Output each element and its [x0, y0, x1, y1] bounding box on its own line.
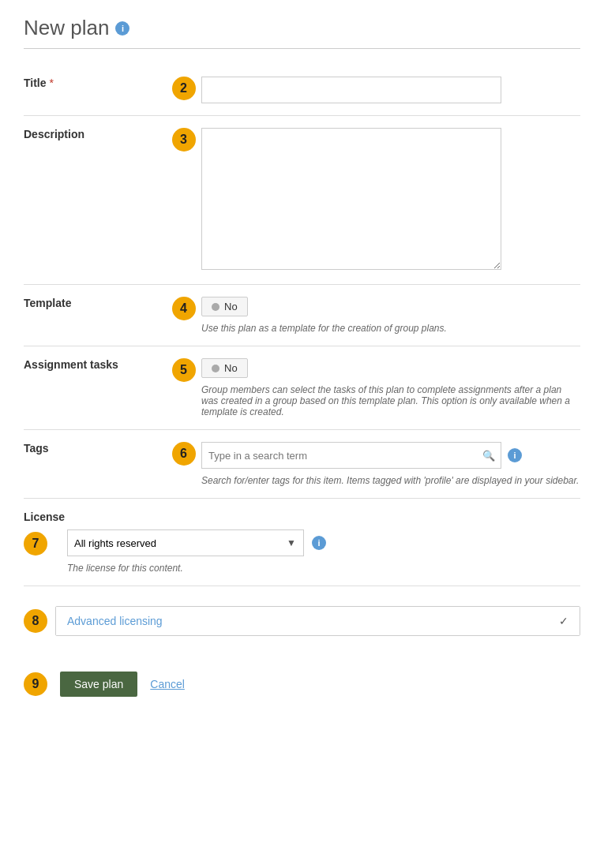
- assignment-toggle-label: No: [224, 362, 238, 374]
- template-label: Template: [24, 297, 71, 309]
- advanced-row: 8 Advanced licensing ✓: [24, 594, 580, 648]
- tags-info-icon[interactable]: i: [508, 448, 522, 462]
- title-label-col: Title *: [24, 77, 166, 89]
- description-label: Description: [24, 128, 84, 140]
- license-badge-col: 7: [24, 529, 67, 556]
- advanced-collapse: Advanced licensing ✓: [55, 606, 580, 636]
- tags-search-input[interactable]: [201, 442, 501, 469]
- title-input[interactable]: [201, 77, 501, 103]
- advanced-title: Advanced licensing: [67, 615, 163, 627]
- step-badge-9: 9: [24, 672, 47, 696]
- assignment-label-col: Assignment tasks: [24, 358, 166, 371]
- tags-label-col: Tags: [24, 442, 166, 455]
- title-required-star: *: [49, 77, 53, 89]
- step-badge-6: 6: [172, 442, 196, 466]
- tags-content: 🔍 i Search for/enter tags for this item.…: [201, 442, 580, 486]
- license-section: License 7 All rights reserved Creative C…: [24, 499, 580, 586]
- template-section: Template 4 No Use this plan as a templat…: [24, 285, 580, 346]
- template-toggle-dot: [212, 303, 219, 311]
- template-label-col: Template: [24, 297, 166, 309]
- license-select-wrap: All rights reserved Creative Commons Pub…: [67, 529, 304, 556]
- save-plan-button[interactable]: Save plan: [60, 672, 137, 697]
- assignment-toggle-dot: [212, 365, 219, 372]
- advanced-header[interactable]: Advanced licensing ✓: [56, 607, 580, 635]
- license-inner: 7 All rights reserved Creative Commons P…: [24, 529, 580, 556]
- page-info-icon[interactable]: i: [115, 21, 129, 36]
- template-badge-col: 4: [166, 297, 201, 320]
- template-content: No Use this plan as a template for the c…: [201, 297, 580, 334]
- assignment-section: Assignment tasks 5 No Group members can …: [24, 346, 580, 430]
- title-divider: [24, 48, 580, 49]
- tags-badge-col: 6: [166, 442, 201, 466]
- step-badge-3: 3: [172, 128, 196, 152]
- description-section: Description 3: [24, 116, 580, 285]
- tags-search-wrap: 🔍: [201, 442, 501, 469]
- form-actions: 9 Save plan Cancel: [24, 660, 580, 709]
- cancel-button[interactable]: Cancel: [150, 678, 185, 690]
- description-label-col: Description: [24, 128, 166, 140]
- assignment-hint: Group members can select the tasks of th…: [201, 384, 580, 417]
- step-badge-7: 7: [24, 532, 47, 556]
- license-select[interactable]: All rights reserved Creative Commons Pub…: [67, 529, 304, 556]
- template-toggle-label: No: [224, 301, 238, 312]
- advanced-chevron-icon: ✓: [559, 615, 568, 627]
- title-label: Title: [24, 77, 47, 89]
- license-info-icon[interactable]: i: [312, 536, 326, 550]
- description-content: [201, 128, 580, 272]
- step-badge-8: 8: [24, 609, 47, 633]
- license-controls: All rights reserved Creative Commons Pub…: [67, 529, 580, 556]
- license-hint: The license for this content.: [67, 563, 580, 574]
- tags-hint: Search for/enter tags for this item. Ite…: [201, 475, 580, 486]
- description-badge-col: 3: [166, 128, 201, 152]
- step-badge-5: 5: [172, 358, 196, 382]
- assignment-badge-col: 5: [166, 358, 201, 382]
- tags-label: Tags: [24, 442, 49, 455]
- template-hint: Use this plan as a template for the crea…: [201, 323, 580, 334]
- step-badge-4: 4: [172, 297, 196, 320]
- license-label: License: [24, 511, 580, 523]
- title-content: [201, 77, 580, 103]
- advanced-section: 8 Advanced licensing ✓: [24, 594, 580, 648]
- assignment-toggle[interactable]: No: [201, 358, 248, 378]
- description-input[interactable]: [201, 128, 501, 270]
- title-badge-col: 2: [166, 77, 201, 100]
- template-toggle[interactable]: No: [201, 297, 248, 316]
- page-title: New plan: [24, 16, 109, 40]
- title-section: Title * 2: [24, 65, 580, 116]
- tags-input-row: 🔍 i: [201, 442, 580, 469]
- search-icon: 🔍: [482, 450, 495, 462]
- step-badge-2: 2: [172, 77, 196, 100]
- assignment-label: Assignment tasks: [24, 358, 118, 371]
- tags-section: Tags 6 🔍 i Search for/enter tags for thi…: [24, 430, 580, 499]
- assignment-content: No Group members can select the tasks of…: [201, 358, 580, 417]
